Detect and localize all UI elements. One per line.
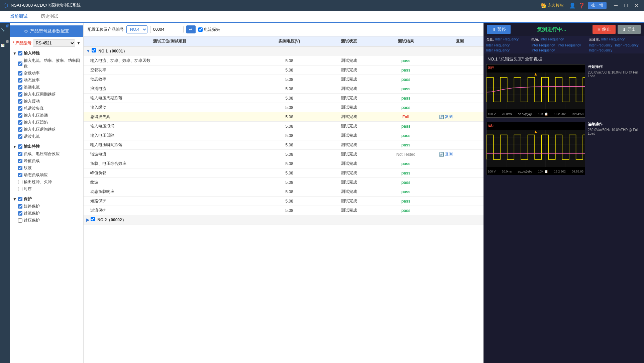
- output-group-header[interactable]: ▼ 输出特性: [10, 143, 83, 150]
- cell-voltage: 5.08: [256, 187, 322, 197]
- table-row: 空载功率 5.08 测试完成 pass: [84, 66, 484, 75]
- power-freq-2[interactable]: Inter Frequency: [531, 43, 555, 47]
- checkbox-dynamic-efficiency[interactable]: [18, 78, 22, 83]
- tree-item-voltage-periodic[interactable]: 输入电压周期跌落: [10, 91, 83, 98]
- power-freq-3[interactable]: Inter Frequency: [557, 43, 581, 47]
- stop-button[interactable]: ✕ 终止: [593, 25, 616, 34]
- tree-item-voltage-interrupt[interactable]: 输入电压瞬间跌落: [10, 126, 83, 133]
- scope-freq-2[interactable]: Inter Frequency: [589, 43, 612, 47]
- checkbox-voltage-periodic[interactable]: [18, 92, 22, 97]
- cell-name: 浪涌电流: [84, 84, 256, 94]
- export-button[interactable]: ⬇ 导出: [618, 25, 641, 34]
- power-freq-4[interactable]: Inter Frequency: [531, 48, 555, 52]
- tree-item-voltage-sag[interactable]: 输入电压凹陷: [10, 119, 83, 126]
- workstation-select[interactable]: NO.4: [126, 25, 147, 33]
- cell-voltage: 5.08: [256, 66, 322, 75]
- tree-item-overshoot[interactable]: 输出过冲、欠冲: [10, 178, 83, 186]
- cell-status: 测试完成: [322, 187, 375, 197]
- checkbox-load-voltage[interactable]: [18, 152, 22, 156]
- protect-group-header[interactable]: ▼ 保护: [10, 195, 83, 203]
- checkbox-overshoot[interactable]: [18, 180, 22, 184]
- input-group-header[interactable]: ▼ 输入特性: [10, 49, 83, 57]
- result-pass: pass: [375, 94, 436, 103]
- user-button[interactable]: 张一博: [588, 2, 607, 9]
- tree-item-sequence[interactable]: 时序: [10, 186, 83, 193]
- checkbox-sequence[interactable]: [18, 187, 22, 191]
- checkbox-idle-power[interactable]: [18, 71, 22, 76]
- tree-item-dynamic-load[interactable]: 动态负载响应: [10, 171, 83, 178]
- checkbox-voltage-interrupt[interactable]: [18, 127, 22, 132]
- checkbox-ripple[interactable]: [18, 166, 22, 170]
- tab-history-test[interactable]: 历史测试: [34, 11, 65, 23]
- load-freq-3[interactable]: Inter Frequency: [486, 48, 510, 52]
- checkbox-peak-load[interactable]: [18, 159, 22, 163]
- device-bar: 负载: Inter Frequency Inter Frequency Inte…: [484, 36, 644, 53]
- tree-item-surge-current[interactable]: 浪涌电流: [10, 84, 83, 91]
- tree-item-dynamic-efficiency[interactable]: 动态效率: [10, 77, 83, 84]
- sidebar-icon-instruments[interactable]: 📊 测试仪器: [0, 41, 10, 50]
- power-freq-1[interactable]: Inter Frequency: [540, 37, 564, 42]
- scope-freq-1[interactable]: Inter Frequency: [601, 37, 625, 42]
- waveform-info-1: 开始操作 230.0Vac/50Hz 10.0%THD @ Full Load: [588, 64, 641, 118]
- checkbox-overvoltage-protect[interactable]: [18, 218, 22, 223]
- osc-stop-label-1: 运行: [488, 66, 494, 70]
- right-panel: ⏸ 暂停 复测进行中... ✕ 终止 ⬇ 导出 负载: Inter Freque…: [484, 23, 644, 363]
- checkbox-voltage-sag[interactable]: [18, 120, 22, 125]
- osc-stop-label-2: 运行: [488, 123, 494, 128]
- tree-item-overcurrent-protect[interactable]: 过流保护: [10, 210, 83, 217]
- checkbox-input-slow[interactable]: [18, 99, 22, 104]
- tree-item-ripple[interactable]: 纹波: [10, 164, 83, 171]
- cell-voltage: 5.08: [256, 206, 322, 215]
- input-group-checkbox[interactable]: [18, 51, 22, 55]
- tree-item-idle-power[interactable]: 空载功率: [10, 70, 83, 77]
- confirm-button[interactable]: ↵: [186, 25, 196, 33]
- tree-item-thd[interactable]: 总谐波失真: [10, 105, 83, 112]
- config-button[interactable]: ⚙ 产品型号及参数配置: [10, 25, 83, 37]
- tree-item-voltage-surge[interactable]: 输入电压浪涌: [10, 112, 83, 119]
- user-icon: 👤: [569, 2, 576, 9]
- retest-button[interactable]: 🔄复测: [439, 151, 453, 157]
- retest-button[interactable]: 🔄复测: [439, 114, 453, 120]
- tree-item-input-slow[interactable]: 输入缓动: [10, 98, 83, 105]
- scope-freq-4[interactable]: Inter Frequency: [589, 48, 612, 52]
- tree-item-overvoltage-protect[interactable]: 过压保护: [10, 217, 83, 224]
- scope-freq-3[interactable]: Inter Frequency: [615, 43, 638, 47]
- tree-item-harmonic-current[interactable]: 谐波电流: [10, 133, 83, 140]
- checkbox-input-current[interactable]: [18, 62, 22, 66]
- tab-current-test[interactable]: 当前测试: [3, 11, 34, 23]
- output-group-checkbox[interactable]: [18, 144, 22, 149]
- close-button[interactable]: ✕: [632, 2, 641, 9]
- load-freq-2[interactable]: Inter Frequency: [486, 43, 510, 47]
- checkbox-short-protect[interactable]: [18, 204, 22, 209]
- group-expand-no2[interactable]: ▶: [86, 218, 89, 222]
- maximize-button[interactable]: □: [622, 2, 630, 9]
- cell-name: 总谐波失真: [84, 112, 256, 122]
- current-probe-checkbox[interactable]: [198, 27, 203, 32]
- checkbox-dynamic-load[interactable]: [18, 173, 22, 177]
- group-checkbox-no1[interactable]: [92, 48, 96, 52]
- checkbox-surge-current[interactable]: [18, 85, 22, 90]
- cell-voltage: 5.08: [256, 178, 322, 187]
- checkbox-overcurrent-protect[interactable]: [18, 211, 22, 216]
- checkbox-voltage-surge[interactable]: [18, 113, 22, 118]
- tree-item-load-voltage[interactable]: 负载、电压综合效应: [10, 150, 83, 157]
- group-expand-no1[interactable]: ▼: [86, 49, 90, 53]
- result-not-tested: Not Tested: [375, 150, 436, 159]
- tree-item-short-protect[interactable]: 短路保护: [10, 203, 83, 210]
- product-no-input[interactable]: [150, 26, 184, 33]
- gear-icon: ⚙: [24, 29, 28, 34]
- minimize-button[interactable]: ─: [612, 2, 620, 9]
- product-type-select[interactable]: RS-4521: [33, 39, 75, 47]
- table-row: 输入电压周期跌落 5.08 测试完成 pass: [84, 94, 484, 103]
- help-icon[interactable]: ❓: [578, 2, 585, 9]
- group-checkbox-no2[interactable]: [91, 217, 95, 221]
- pause-button[interactable]: ⏸ 暂停: [487, 25, 511, 34]
- tree-item-input-current[interactable]: 输入电流、功率、效率、功率因数: [10, 57, 83, 70]
- checkbox-harmonic-current[interactable]: [18, 134, 22, 139]
- table-row: 短路保护 5.08 测试完成 pass: [84, 197, 484, 206]
- checkbox-thd[interactable]: [18, 106, 22, 111]
- tree-item-peak-load[interactable]: 峰值负载: [10, 157, 83, 164]
- protect-group-checkbox[interactable]: [18, 197, 22, 201]
- load-freq-1[interactable]: Inter Frequency: [495, 37, 519, 42]
- sidebar-icon-test-items[interactable]: 🔧 测试项目: [0, 25, 10, 34]
